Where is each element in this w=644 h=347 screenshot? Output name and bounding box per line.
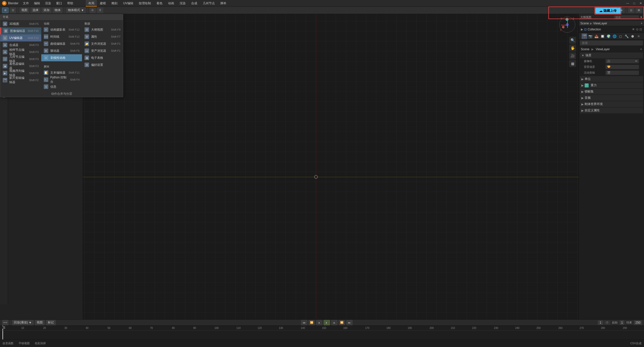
hide-icon[interactable]: ⊡	[639, 28, 642, 31]
object-menu[interactable]: 物体	[53, 8, 63, 13]
tab-geometry-nodes[interactable]: 几何节点	[200, 0, 217, 7]
editor-info[interactable]: ℹ 信息	[41, 83, 82, 90]
timeline-editor-icon[interactable]: ⟺	[2, 320, 9, 325]
tl-back-btn[interactable]: ⏴	[316, 320, 323, 325]
camera-button[interactable]: 🎥	[569, 52, 576, 59]
props-icon-scene[interactable]: 🎬	[582, 33, 587, 39]
editor-3d-view[interactable]: ⊞ 3D视图 Shift F5	[0, 20, 41, 27]
menu-render[interactable]: 渲染	[43, 0, 54, 7]
editor-video-sequence[interactable]: ▶ 视频序列编辑器 Shift F8	[0, 70, 41, 77]
snap-button[interactable]: ⚲	[97, 8, 103, 13]
tl-view-btn[interactable]: 视图	[35, 320, 45, 325]
outliner-search[interactable]	[614, 15, 639, 19]
editor-drivers[interactable]: ⚙ 驱动器 Shift F6	[41, 47, 82, 54]
editor-dope-sheet[interactable]: ≡ 动画摄影表 Shift F12	[41, 26, 82, 33]
editor-compositor[interactable]: ⊛ 合成器 Shift F3	[0, 41, 41, 48]
eye-icon[interactable]: 👁	[632, 28, 635, 31]
viewport-type-button[interactable]: ⊡	[10, 8, 16, 13]
props-icon-output[interactable]: 📤	[594, 33, 599, 39]
editor-texture-nodes[interactable]: ⊗ 校样节点编辑器 Shift F3	[0, 48, 41, 56]
editor-text[interactable]: 📝 文本编辑器 Shift F11	[41, 69, 82, 76]
tab-scripting[interactable]: 脚本	[218, 0, 229, 7]
viewport-area[interactable]: 透视 Z	[83, 14, 579, 339]
view-menu[interactable]: 视图	[19, 8, 29, 13]
add-item-icon[interactable]: +	[641, 22, 642, 25]
editor-properties[interactable]: ⚙ 属性 Shift F7	[82, 33, 123, 40]
audio-section-header[interactable]: ▶ 音频	[580, 95, 643, 101]
tl-prev-btn[interactable]: ⏪	[308, 320, 315, 325]
active-clip-value[interactable]: 🎬	[606, 71, 639, 75]
menu-edit[interactable]: 编辑	[31, 0, 43, 7]
xray-toggle[interactable]: ⊠	[635, 8, 642, 13]
tab-uv[interactable]: UV编辑	[120, 0, 136, 7]
props-icon-physics[interactable]: ⚛	[636, 33, 641, 39]
editor-file-browser[interactable]: 📁 文件浏览器 Shift F1	[82, 40, 123, 47]
tl-play-btn[interactable]: ⏵	[324, 320, 330, 325]
scene-section-header[interactable]: ▼ 场景	[580, 53, 643, 58]
gravity-checkbox[interactable]: ✓	[585, 83, 589, 87]
editor-shader[interactable]: ◉ 着色器编辑器 Shift F3	[0, 63, 41, 70]
props-icon-object[interactable]: ◻	[618, 33, 623, 39]
current-frame[interactable]: 1	[600, 321, 601, 324]
props-icon-scene2[interactable]: 🌍	[606, 33, 611, 39]
props-icon-render[interactable]: 📷	[588, 33, 593, 39]
editor-asset-browser[interactable]: 🗂 资产浏览器 Shift F1	[82, 47, 123, 54]
maximize-button[interactable]: □	[631, 0, 637, 7]
editor-preferences[interactable]: ⚙ 偏好设置	[82, 61, 123, 68]
grid-button[interactable]: ▦	[569, 60, 576, 67]
editor-graph[interactable]: 〜 曲线编辑器 Shift F6	[41, 40, 82, 47]
editor-uv[interactable]: ◇ UV编辑器 Shift F10	[0, 34, 41, 41]
props-search[interactable]	[580, 40, 643, 45]
timeline-ruler[interactable]: 1 10 20 30 40 50 60 70 80 90 100 110 120…	[0, 326, 644, 340]
select-menu[interactable]: 选择	[30, 8, 41, 13]
props-icon-particles[interactable]: ⬢	[630, 33, 635, 39]
tl-last-btn[interactable]: ⏭	[346, 320, 353, 325]
keying-section-header[interactable]: ▶ 锁帧集	[580, 89, 643, 94]
props-icon-modifier[interactable]: 🔧	[624, 33, 629, 39]
props-icon-view-layer[interactable]: 🔲	[600, 33, 605, 39]
editor-geometry-nodes[interactable]: ⬡ 几何节点编辑器 Shift F3	[0, 56, 41, 63]
view-layer-name[interactable]: ViewLayer	[593, 22, 607, 25]
tl-playback-btn[interactable]: 回放(播放) ▼	[12, 320, 34, 325]
scene-name[interactable]: Scene	[580, 22, 589, 25]
editor-image[interactable]: 🖼 图像编辑器 Shift F10	[0, 27, 41, 34]
tl-next-btn[interactable]: ⏩	[339, 320, 345, 325]
editor-type-button[interactable]: ⊞	[2, 8, 9, 13]
zoom-out-button[interactable]: 🖐	[569, 44, 576, 52]
tab-compositing[interactable]: 合成	[189, 0, 200, 7]
select-icon[interactable]: ⊙	[636, 28, 638, 31]
editor-timeline[interactable]: ⟺ 时间线 Shift F12	[41, 33, 82, 40]
proportional-edit-button[interactable]: ⊙	[89, 8, 96, 13]
scene-prop-add[interactable]: +	[640, 47, 642, 51]
tab-sculpting[interactable]: 雕刻	[109, 0, 120, 7]
tab-modeling[interactable]: 建模	[97, 0, 108, 7]
editor-spreadsheet[interactable]: ▦ 电子表格	[82, 54, 123, 61]
minimize-button[interactable]: —	[624, 0, 631, 7]
tab-animation[interactable]: 动画	[166, 0, 177, 7]
background-value[interactable]: 🌄	[606, 65, 639, 69]
mode-dropdown[interactable]: 物体模式 ▼	[66, 8, 86, 13]
dropdown-footer[interactable]: 动作合并与分层	[0, 91, 123, 97]
menu-file[interactable]: 文件	[20, 0, 31, 7]
rigid-world-section-header[interactable]: ▶ 刚体世界环境	[580, 101, 643, 107]
tl-first-btn[interactable]: ⏮	[301, 320, 307, 325]
tl-forward-btn[interactable]: ⏶	[331, 320, 338, 325]
tab-shading[interactable]: 着色	[154, 0, 165, 7]
tab-rendering[interactable]: 渲染	[177, 0, 188, 7]
menu-help[interactable]: 帮助	[65, 0, 76, 7]
collection-item[interactable]: ▶ ⊡ Collection 👁 ⊙ ⊡	[580, 27, 643, 32]
units-section-header[interactable]: ▶ 单位	[580, 76, 643, 82]
editor-outliner[interactable]: ☰ 大纲视图 Shift F9	[82, 26, 123, 33]
gizmo[interactable]: Z X Y	[558, 17, 576, 34]
tab-texture[interactable]: 纹理绘制	[136, 0, 153, 7]
props-icon-world[interactable]: 🌐	[612, 33, 617, 39]
add-menu[interactable]: 添加	[42, 8, 52, 13]
overlay-toggle[interactable]: ◎	[628, 8, 634, 13]
filter-icon[interactable]: ▼	[640, 16, 642, 19]
editor-movie-clip[interactable]: 🎬 影片剪辑编辑器 Shift F2	[0, 77, 41, 84]
custom-props-section-header[interactable]: ▶ 自定义属性	[580, 108, 643, 113]
tl-start-frame[interactable]: 1	[620, 320, 624, 325]
tab-layout[interactable]: 布局	[86, 0, 97, 7]
tl-end-frame[interactable]: 250	[634, 320, 642, 325]
gravity-section-header[interactable]: ▶ ✓ 重力	[580, 82, 643, 88]
